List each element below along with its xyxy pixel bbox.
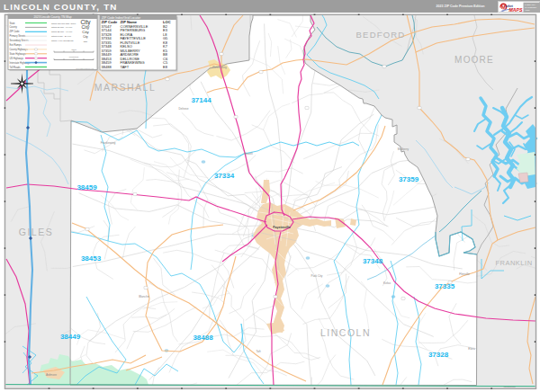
svg-text:LINCOLN: LINCOLN (320, 327, 371, 338)
svg-text:37334: 37334 (214, 172, 235, 180)
svg-text:Elora: Elora (468, 347, 475, 351)
svg-text:Blanche: Blanche (139, 295, 149, 298)
svg-text:County: County (10, 25, 18, 29)
svg-text:37328: 37328 (428, 351, 449, 359)
svg-text:Fayetteville: Fayetteville (273, 226, 291, 229)
svg-text:City: City (84, 40, 88, 43)
svg-text:ZIP Code Index/Grid Locator: ZIP Code Index/Grid Locator (102, 16, 141, 20)
svg-text:State: State (10, 22, 16, 25)
svg-text:Taft: Taft (256, 350, 260, 353)
svg-text:GILES: GILES (19, 227, 53, 237)
svg-text:MOORE: MOORE (454, 55, 494, 65)
svg-text:Delrose: Delrose (179, 107, 189, 111)
svg-text:Exit Ramps: Exit Ramps (10, 43, 22, 47)
svg-text:Cities 100,000 and Above: Cities 100,000 and Above (51, 22, 76, 25)
svg-text:38488: 38488 (193, 334, 213, 342)
svg-text:Copyright MarketMAPS: Copyright MarketMAPS (76, 67, 94, 69)
svg-text:Flintville: Flintville (459, 272, 470, 276)
svg-text:Frankewing: Frankewing (101, 141, 116, 145)
svg-text:Howell: Howell (244, 152, 253, 156)
svg-text:37359: 37359 (399, 175, 419, 183)
svg-text:38488: 38488 (102, 65, 112, 69)
svg-text:Cities 50,000 - 99,999: Cities 50,000 - 99,999 (51, 26, 73, 29)
svg-text:37348: 37348 (363, 257, 383, 265)
svg-text:Petersburg: Petersburg (212, 66, 227, 69)
svg-text:38459: 38459 (76, 183, 97, 192)
svg-text:38449: 38449 (60, 333, 81, 341)
svg-text:38453: 38453 (81, 254, 102, 263)
svg-text:Toll Roads: Toll Roads (10, 66, 22, 69)
svg-text:Primary Streets: Primary Streets (10, 34, 27, 38)
svg-text:FRANKLIN: FRANKLIN (495, 259, 532, 267)
svg-text:MARSHALL: MARSHALL (94, 82, 157, 93)
svg-text:.com: .com (525, 9, 529, 12)
svg-text:City: City (82, 30, 89, 34)
svg-text:Kilometers: Kilometers (69, 56, 79, 58)
svg-text:US Highways: US Highways (10, 57, 24, 60)
svg-text:Cities 5,000 - 24,999: Cities 5,000 - 24,999 (51, 35, 72, 38)
svg-text:BEDFORD: BEDFORD (356, 30, 406, 40)
svg-text:Kelso: Kelso (383, 281, 391, 285)
svg-text:37335: 37335 (435, 282, 455, 290)
svg-text:City: City (83, 35, 88, 39)
svg-text:2023 Lincoln County, TN Map: 2023 Lincoln County, TN Map (34, 15, 72, 19)
svg-text:MAPS: MAPS (509, 7, 524, 13)
svg-text:Ardmore: Ardmore (46, 373, 57, 377)
svg-text:Cities 4,999 and Below: Cities 4,999 and Below (51, 40, 74, 42)
svg-text:Miles: Miles (71, 49, 76, 50)
svg-text:37144: 37144 (191, 96, 212, 104)
svg-text:Park City: Park City (311, 274, 323, 278)
svg-text:E8: E8 (163, 65, 168, 69)
svg-text:TAFT: TAFT (121, 65, 130, 69)
svg-text:Mulberry: Mulberry (398, 147, 410, 151)
svg-text:Cities 25,000 - 49,999: Cities 25,000 - 49,999 (51, 31, 73, 33)
svg-text:State Highways: State Highways (10, 52, 27, 56)
svg-text:ZIP Code: ZIP Code (10, 30, 20, 33)
svg-text:TENNESSEE: TENNESSEE (503, 386, 516, 388)
